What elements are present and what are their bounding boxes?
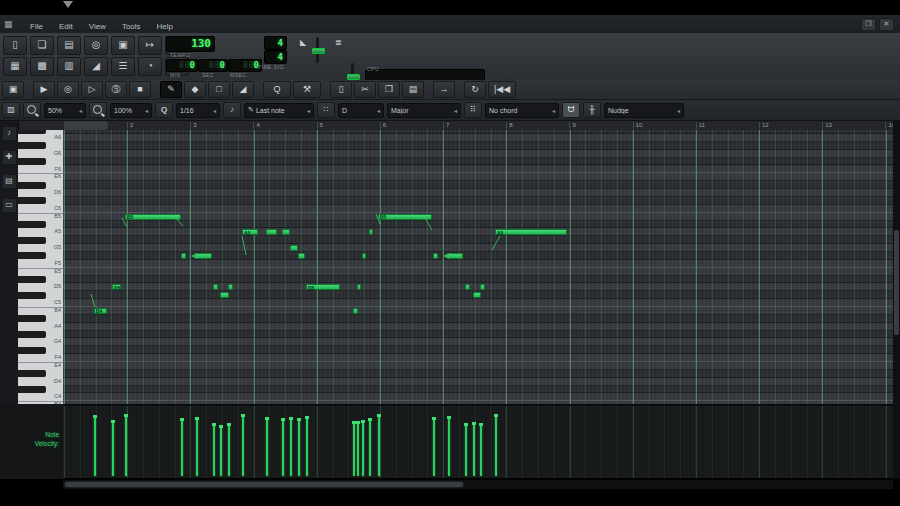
piano-roll-grid[interactable]: B4D5B5A5D5B5A5 — [63, 130, 893, 404]
knob-panel-button[interactable]: ◔ — [138, 57, 162, 76]
velocity-handle[interactable] — [111, 420, 115, 423]
cut-button[interactable]: ✂ — [354, 81, 376, 98]
key-label-E5[interactable]: E5 — [54, 268, 61, 275]
snap-icon[interactable]: Q — [155, 102, 173, 118]
velocity-line[interactable] — [290, 418, 292, 476]
snap-select[interactable]: 1/16 — [176, 103, 220, 118]
menu-file[interactable]: File — [22, 20, 51, 33]
velocity-handle[interactable] — [464, 423, 468, 426]
ghost-channels-button[interactable]: ᗢ — [562, 102, 580, 118]
midi-note-D5[interactable] — [357, 284, 361, 290]
mixer-button[interactable]: ☰ — [111, 57, 135, 76]
tempo-display[interactable]: 130 — [166, 36, 215, 52]
velocity-handle[interactable] — [447, 416, 451, 419]
clone-project-button[interactable]: ❏ — [30, 36, 54, 55]
file-options-button[interactable]: ▯ — [330, 81, 352, 98]
velocity-line[interactable] — [181, 419, 183, 476]
velocity-handle[interactable] — [195, 417, 199, 420]
midi-note-D5[interactable]: D5 — [306, 284, 340, 290]
midi-note-A5[interactable] — [369, 229, 373, 235]
browser-icon[interactable]: ▤ — [2, 174, 17, 189]
velocity-line[interactable] — [362, 421, 364, 476]
velocity-handle[interactable] — [93, 415, 97, 418]
key-G#6[interactable] — [18, 142, 46, 149]
zoom-horizontal-select[interactable]: 50% — [44, 103, 86, 118]
key-label-F4[interactable]: F4 — [55, 354, 61, 361]
menu-view[interactable]: View — [81, 20, 114, 33]
velocity-panel[interactable] — [63, 406, 893, 478]
midi-note-F#5[interactable] — [181, 253, 186, 259]
midi-note-A5[interactable] — [266, 229, 277, 235]
piano-roll-menu-button[interactable]: ▣ — [2, 81, 24, 98]
velocity-handle[interactable] — [227, 423, 231, 426]
stop-button[interactable]: ■ — [129, 81, 151, 98]
key-label-C5[interactable]: C5 — [54, 299, 61, 306]
velocity-line[interactable] — [266, 418, 268, 476]
step-sequencer-button[interactable]: ▦ — [3, 57, 27, 76]
velocity-line[interactable] — [242, 415, 244, 476]
chord-stamp-icon[interactable]: ⠿ — [464, 102, 482, 118]
key-D#5[interactable] — [18, 276, 46, 283]
shift-right-button[interactable]: → — [433, 81, 455, 98]
velocity-handle[interactable] — [297, 418, 301, 421]
velocity-line[interactable] — [480, 424, 482, 476]
envelope-button[interactable]: ◢ — [84, 57, 108, 76]
master-volume-slider[interactable] — [316, 37, 319, 63]
midi-note-G5[interactable] — [290, 245, 298, 251]
chord-select[interactable]: No chord — [485, 103, 559, 118]
midi-note-C#5[interactable] — [473, 292, 481, 298]
key-C#6[interactable] — [18, 197, 46, 204]
velocity-handle[interactable] — [219, 425, 223, 428]
velocity-handle[interactable] — [368, 418, 372, 421]
key-label-C4[interactable]: C4 — [54, 393, 61, 400]
velocity-line[interactable] — [213, 424, 215, 476]
key-label-G4[interactable]: G4 — [54, 338, 61, 345]
velocity-line[interactable] — [495, 415, 497, 476]
key-label-F5[interactable]: F5 — [55, 260, 61, 267]
save-button[interactable]: ▣ — [111, 36, 135, 55]
menu-edit[interactable]: Edit — [51, 20, 81, 33]
midi-note-D5[interactable] — [480, 284, 485, 290]
restore-window-button[interactable]: ❐ — [861, 18, 876, 31]
time-msec-display[interactable]: 880 — [228, 59, 262, 72]
time-min-display[interactable]: 880 — [166, 59, 198, 72]
velocity-line[interactable] — [196, 418, 198, 476]
new-file-button[interactable]: ▯ — [3, 36, 27, 55]
scale-select[interactable]: Major — [387, 103, 461, 118]
velocity-line[interactable] — [369, 419, 371, 476]
velocity-handle[interactable] — [212, 423, 216, 426]
root-note-select[interactable]: D — [338, 103, 384, 118]
paste-button[interactable]: ▤ — [402, 81, 424, 98]
velocity-handle[interactable] — [265, 417, 269, 420]
velocity-handle[interactable] — [472, 422, 476, 425]
menu-help[interactable]: Help — [149, 20, 181, 33]
solo-button[interactable]: Ⓢ — [105, 81, 127, 98]
key-label-G5[interactable]: G5 — [54, 244, 61, 251]
key-F#4[interactable] — [18, 347, 46, 354]
add-marker-icon[interactable]: ✚ — [2, 150, 17, 165]
key-label-F6[interactable]: F6 — [55, 166, 61, 173]
velocity-handle[interactable] — [305, 416, 309, 419]
keyboard-helpers-icon[interactable]: ∷ — [317, 102, 335, 118]
velocity-handle[interactable] — [377, 414, 381, 417]
midi-note-D5[interactable]: D5 — [112, 284, 121, 290]
key-A#4[interactable] — [18, 315, 46, 322]
quantize-button[interactable]: Q — [263, 81, 291, 98]
key-C#4[interactable] — [18, 386, 46, 393]
key-label-E4[interactable]: E4 — [54, 362, 61, 369]
draw-mode-select[interactable]: ✎ Last note — [244, 103, 314, 118]
midi-note-D5[interactable] — [213, 284, 218, 290]
midi-note-A5[interactable]: A5 — [242, 229, 258, 235]
play-button[interactable]: ▶ — [33, 81, 55, 98]
key-G#4[interactable] — [18, 331, 46, 338]
key-A#5[interactable] — [18, 221, 46, 228]
pattern-notes-icon[interactable]: ♪ — [2, 126, 17, 141]
key-label-A5[interactable]: A5 — [54, 228, 61, 235]
zoom-vertical-button[interactable] — [89, 102, 107, 118]
portamento-icon[interactable]: ╫ — [583, 102, 601, 118]
key-label-B4[interactable]: B4 — [54, 307, 61, 314]
monitor-icon[interactable]: ▭ — [2, 198, 17, 213]
midi-note-F#5[interactable] — [433, 253, 438, 259]
velocity-line[interactable] — [306, 417, 308, 476]
draw-tool-button[interactable]: ✎ — [160, 81, 182, 98]
